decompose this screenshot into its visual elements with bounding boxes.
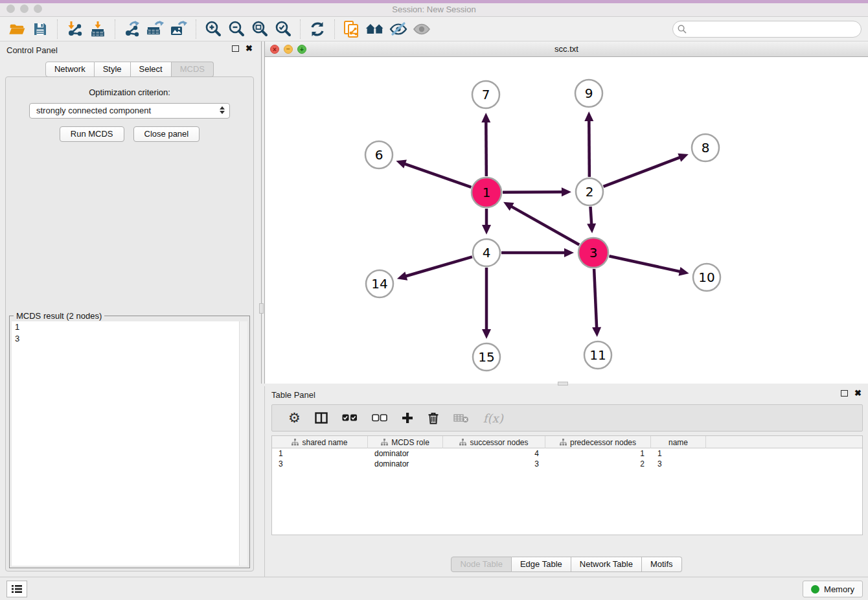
minimize-network-button[interactable] <box>284 45 293 54</box>
add-column-icon[interactable] <box>402 412 413 424</box>
window-controls[interactable] <box>6 5 42 13</box>
close-network-button[interactable] <box>270 45 279 54</box>
column-header-mcds-role[interactable]: MCDS role <box>368 436 443 448</box>
cell-mcds-role[interactable]: dominator <box>368 459 443 469</box>
table-settings-gear-icon[interactable]: ⚙ <box>288 411 301 424</box>
eye-icon[interactable] <box>412 19 431 39</box>
graph-edge-1-7[interactable] <box>486 122 486 176</box>
table-tab-node-table[interactable]: Node Table <box>451 557 512 572</box>
network-export-icon[interactable] <box>122 19 142 39</box>
graph-edge-arrowhead <box>562 187 571 196</box>
table-tab-edge-table[interactable]: Edge Table <box>512 557 571 572</box>
eye-slash-icon[interactable] <box>389 19 408 39</box>
graph-edge-arrowhead <box>396 160 406 168</box>
delete-column-trash-icon[interactable] <box>428 411 439 424</box>
close-panel-icon[interactable]: ✖ <box>246 45 253 52</box>
table-panel-header: Table Panel ✖ <box>265 386 868 403</box>
cell-successor-nodes[interactable]: 4 <box>443 448 545 459</box>
cell-predecessor-nodes[interactable]: 1 <box>545 448 651 459</box>
graph-edge-1-6[interactable] <box>405 164 472 187</box>
magnifier-plus-icon[interactable] <box>203 19 223 39</box>
column-header-name[interactable]: name <box>651 436 706 448</box>
graph-edge-3-11[interactable] <box>594 269 597 328</box>
network-window-controls[interactable] <box>270 45 306 54</box>
network-view-window: scc.txt 1234678910111415 <box>264 41 868 384</box>
cell-name[interactable]: 3 <box>651 459 706 469</box>
run-mcds-button[interactable]: Run MCDS <box>60 126 124 142</box>
tab-network[interactable]: Network <box>45 62 95 77</box>
close-table-panel-icon[interactable]: ✖ <box>854 390 862 397</box>
close-panel-button[interactable]: Close panel <box>133 126 200 142</box>
table-export-icon[interactable] <box>146 19 165 39</box>
graph-edge-2-8[interactable] <box>604 157 680 187</box>
zoom-window-button[interactable] <box>34 5 42 13</box>
refresh-arrows-icon[interactable] <box>308 19 327 39</box>
memory-button[interactable]: Memory <box>803 581 863 597</box>
panel-divider[interactable] <box>259 41 264 577</box>
graph-edge-4-14[interactable] <box>405 257 472 276</box>
image-export-icon[interactable] <box>169 19 188 39</box>
documents-network-icon[interactable] <box>342 19 361 39</box>
magnifier-minus-icon[interactable] <box>227 19 246 39</box>
cell-shared-name[interactable]: 1 <box>272 448 368 459</box>
toolbar-separator <box>57 19 58 39</box>
float-table-panel-icon[interactable] <box>841 390 848 397</box>
search-input[interactable] <box>672 21 862 38</box>
network-canvas[interactable]: 1234678910111415 <box>265 57 868 384</box>
canvas-bottom-grip[interactable] <box>558 382 568 386</box>
result-scrollbar[interactable] <box>239 321 247 566</box>
function-builder-icon: f(x) <box>483 411 503 425</box>
maximize-network-button[interactable] <box>297 45 306 54</box>
optimization-criterion-select[interactable]: strongly connected component <box>29 103 230 119</box>
control-panel-title: Control Panel <box>6 45 58 55</box>
graph-edge-2-9[interactable] <box>589 121 589 177</box>
graph-edge-1-2[interactable] <box>503 192 562 192</box>
mcds-result-list: 13 <box>12 321 247 566</box>
memory-button-label: Memory <box>824 584 854 594</box>
minimize-window-button[interactable] <box>20 5 29 13</box>
cell-predecessor-nodes[interactable]: 2 <box>545 459 651 469</box>
column-tree-icon <box>560 439 567 446</box>
close-window-button[interactable] <box>6 5 15 13</box>
search-box <box>672 21 862 38</box>
column-header-successor-nodes[interactable]: successor nodes <box>443 436 545 448</box>
floppy-save-icon[interactable] <box>30 19 50 39</box>
graph-edge-2-3[interactable] <box>590 207 591 224</box>
table-tab-motifs[interactable]: Motifs <box>642 557 682 572</box>
float-panel-icon[interactable] <box>232 45 239 52</box>
table-tab-network-table[interactable]: Network Table <box>571 557 642 572</box>
cell-name[interactable]: 1 <box>651 448 706 459</box>
tab-style[interactable]: Style <box>95 62 131 77</box>
column-header-shared-name[interactable]: shared name <box>272 436 368 448</box>
graph-edge-3-1[interactable] <box>511 207 579 245</box>
graph-edge-3-10[interactable] <box>609 256 680 271</box>
deselect-all-icon[interactable] <box>372 414 387 422</box>
cell-successor-nodes[interactable]: 3 <box>443 459 545 469</box>
cell-shared-name[interactable]: 3 <box>272 459 368 469</box>
graph-node-label: 15 <box>478 349 494 365</box>
magnifier-check-icon[interactable] <box>273 19 293 39</box>
select-all-icon[interactable] <box>342 414 358 422</box>
cell-mcds-role[interactable]: dominator <box>368 448 443 459</box>
column-header-predecessor-nodes[interactable]: predecessor nodes <box>545 436 651 448</box>
node-table[interactable]: shared nameMCDS rolesuccessor nodesprede… <box>271 435 863 535</box>
table-panel: Table Panel ✖ ⚙ <box>264 386 868 577</box>
network-import-icon[interactable] <box>65 19 84 39</box>
tab-select[interactable]: Select <box>131 62 172 77</box>
network-graph[interactable]: 1234678910111415 <box>265 57 868 384</box>
task-history-button[interactable] <box>6 581 27 597</box>
graph-node-label: 6 <box>375 147 383 163</box>
table-row[interactable]: 1dominator411 <box>272 448 862 459</box>
graph-node-label: 3 <box>589 245 598 260</box>
double-home-icon[interactable] <box>365 19 385 39</box>
stepper-arrows-icon <box>220 106 225 114</box>
tab-mcds[interactable]: MCDS <box>172 62 214 77</box>
folder-open-icon[interactable] <box>7 19 27 39</box>
divider-grip[interactable] <box>259 303 264 314</box>
table-row[interactable]: 3dominator323 <box>272 459 862 469</box>
toolbar-separator <box>334 19 335 39</box>
graph-edge-arrowhead <box>482 329 491 339</box>
table-import-icon[interactable] <box>88 19 108 39</box>
toggle-columns-icon[interactable] <box>315 412 328 424</box>
magnifier-fit-icon[interactable] <box>250 19 269 39</box>
